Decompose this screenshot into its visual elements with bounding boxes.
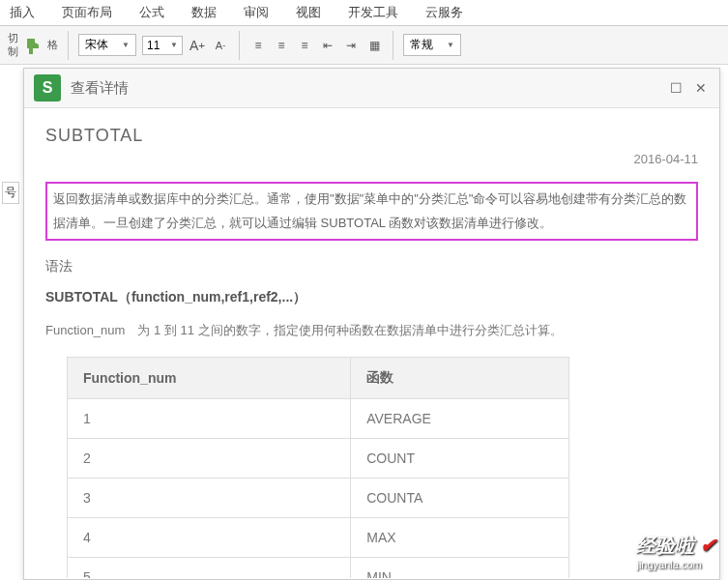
tab-formula[interactable]: 公式 (139, 4, 164, 21)
function-name: SUBTOTAL (45, 126, 698, 146)
format-label: 格 (47, 38, 58, 52)
panel-body: SUBTOTAL 2016-04-11 返回数据清单或数据库中的分类汇总。通常，… (24, 108, 719, 578)
watermark: 经验啦 ✔ jingyanla.com (636, 533, 716, 570)
app-badge-icon: S (34, 74, 61, 102)
ribbon-tabs: 插入 页面布局 公式 数据 审阅 视图 开发工具 云服务 (0, 0, 728, 26)
table-row: 3COUNTA (68, 478, 569, 518)
table-row: 2COUNT (68, 439, 569, 478)
panel-title: 查看详情 (71, 79, 657, 98)
syntax-heading: 语法 (45, 258, 698, 276)
toolbar: 切 制 格 宋体▼ 11▼ A+ A- ≡ ≡ ≡ ⇤ ⇥ ▦ 常规▼ (0, 26, 728, 65)
align-top-icon[interactable]: ≡ (249, 37, 267, 54)
tab-view[interactable]: 视图 (296, 4, 321, 21)
col-header-func: 函数 (351, 358, 569, 399)
table-row: 1AVERAGE (68, 399, 569, 439)
sheet-left-edge: 号 (0, 68, 23, 580)
maximize-button[interactable]: ☐ (667, 79, 684, 97)
merge-cells-icon[interactable]: ▦ (365, 37, 383, 54)
font-size-select[interactable]: 11▼ (142, 36, 183, 55)
format-painter-icon[interactable] (24, 37, 42, 54)
tab-developer[interactable]: 开发工具 (348, 4, 398, 21)
function-table: Function_num 函数 1AVERAGE 2COUNT 3COUNTA … (67, 357, 569, 578)
col-header-num: Function_num (68, 358, 351, 399)
table-header-row: Function_num 函数 (68, 358, 569, 399)
font-family-select[interactable]: 宋体▼ (78, 34, 136, 56)
table-row: 5MIN (68, 558, 569, 578)
align-middle-icon[interactable]: ≡ (273, 37, 290, 54)
align-bottom-icon[interactable]: ≡ (296, 37, 313, 54)
number-format-select[interactable]: 常规▼ (403, 34, 461, 56)
panel-header: S 查看详情 ☐ ✕ (24, 69, 719, 108)
decrease-font-icon[interactable]: A- (212, 37, 229, 54)
cut-label[interactable]: 切 (8, 32, 18, 44)
indent-decrease-icon[interactable]: ⇤ (319, 37, 336, 54)
details-panel: S 查看详情 ☐ ✕ SUBTOTAL 2016-04-11 返回数据清单或数据… (23, 68, 720, 580)
close-button[interactable]: ✕ (692, 79, 710, 97)
copy-label[interactable]: 制 (8, 45, 18, 58)
indent-increase-icon[interactable]: ⇥ (342, 37, 360, 54)
doc-date: 2016-04-11 (45, 152, 698, 166)
row-header-fragment: 号 (2, 182, 19, 204)
tab-page-layout[interactable]: 页面布局 (62, 4, 112, 21)
description-highlight: 返回数据清单或数据库中的分类汇总。通常，使用"数据"菜单中的"分类汇总"命令可以… (45, 182, 698, 241)
syntax-text: SUBTOTAL（function_num,ref1,ref2,...） (45, 289, 698, 306)
check-icon: ✔ (700, 535, 716, 556)
table-row: 4MAX (68, 518, 569, 558)
param-note: Function_num 为 1 到 11 之间的数字，指定使用何种函数在数据清… (45, 322, 698, 339)
tab-insert[interactable]: 插入 (10, 4, 35, 21)
tab-data[interactable]: 数据 (191, 4, 217, 21)
tab-cloud[interactable]: 云服务 (425, 4, 463, 21)
increase-font-icon[interactable]: A+ (189, 37, 206, 54)
tab-review[interactable]: 审阅 (244, 4, 269, 21)
